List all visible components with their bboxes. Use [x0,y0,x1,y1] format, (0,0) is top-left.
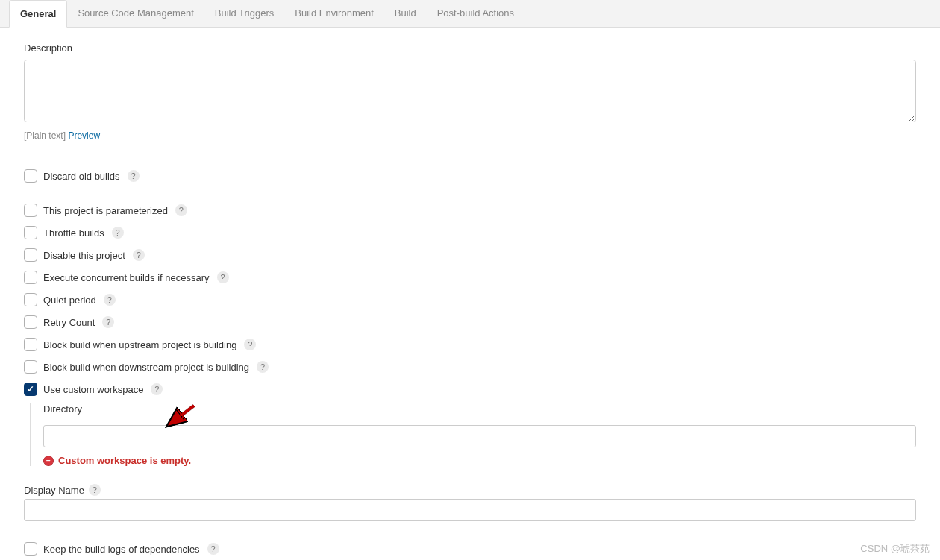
label-throttle-builds: Throttle builds [43,227,104,239]
option-concurrent-builds: Execute concurrent builds if necessary ? [24,271,916,284]
directory-input[interactable] [43,425,916,447]
help-icon[interactable]: ? [102,316,114,328]
checkbox-disable-project[interactable] [24,248,37,262]
help-icon[interactable]: ? [207,543,219,555]
help-icon[interactable]: ? [133,249,145,261]
tab-build-environment[interactable]: Build Environment [284,0,384,27]
option-quiet-period: Quiet period ? [24,293,916,306]
label-concurrent-builds: Execute concurrent builds if necessary [43,272,210,283]
label-discard-old-builds: Discard old builds [43,171,120,182]
description-input[interactable] [24,60,916,122]
tab-post-build-actions[interactable]: Post-build Actions [427,0,524,27]
label-disable-project: Disable this project [43,250,125,261]
label-block-downstream: Block build when downstream project is b… [43,362,249,373]
help-icon[interactable]: ? [175,204,187,216]
plain-text-label: [Plain text] [24,130,66,141]
option-disable-project: Disable this project ? [24,248,916,262]
help-icon[interactable]: ? [217,271,229,283]
option-throttle-builds: Throttle builds ? [24,226,916,239]
help-icon[interactable]: ? [112,227,124,239]
help-icon[interactable]: ? [151,383,163,395]
help-icon[interactable]: ? [128,170,140,182]
label-retry-count: Retry Count [43,317,95,328]
watermark: CSDN @琥茶苑 [860,542,930,556]
workspace-error: − Custom workspace is empty. [43,455,916,466]
option-retry-count: Retry Count ? [24,315,916,329]
label-parameterized: This project is parameterized [43,205,168,216]
general-content: Description [Plain text] Preview Discard… [0,28,940,560]
checkbox-discard-old-builds[interactable] [24,169,37,183]
config-tabs: General Source Code Management Build Tri… [0,0,940,28]
tab-general[interactable]: General [9,0,67,28]
help-icon[interactable]: ? [257,361,269,373]
display-name-section: Display Name ? [24,484,916,521]
option-parameterized: This project is parameterized ? [24,204,916,217]
error-icon: − [43,456,54,466]
option-custom-workspace: ✓ Use custom workspace ? [24,383,916,396]
label-keep-logs: Keep the build logs of dependencies [43,544,200,555]
help-icon[interactable]: ? [244,339,256,350]
help-icon[interactable]: ? [104,294,116,306]
checkbox-block-downstream[interactable] [24,360,37,374]
preview-link[interactable]: Preview [68,130,100,141]
directory-label: Directory [43,403,916,415]
option-block-upstream: Block build when upstream project is bui… [24,338,916,351]
display-name-input[interactable] [24,499,916,521]
checkbox-concurrent-builds[interactable] [24,271,37,284]
tab-source-code-management[interactable]: Source Code Management [67,0,204,27]
label-quiet-period: Quiet period [43,295,96,306]
checkbox-keep-logs[interactable] [24,542,37,556]
checkbox-custom-workspace[interactable]: ✓ [24,383,37,396]
checkbox-parameterized[interactable] [24,204,37,217]
checkbox-throttle-builds[interactable] [24,226,37,239]
display-name-label: Display Name [24,485,84,496]
tab-build-triggers[interactable]: Build Triggers [204,0,284,27]
option-block-downstream: Block build when downstream project is b… [24,360,916,374]
checkbox-retry-count[interactable] [24,315,37,329]
error-text: Custom workspace is empty. [58,455,191,466]
label-block-upstream: Block build when upstream project is bui… [43,339,236,350]
label-custom-workspace: Use custom workspace [43,384,143,395]
checkbox-quiet-period[interactable] [24,293,37,306]
checkbox-block-upstream[interactable] [24,338,37,351]
help-icon[interactable]: ? [89,484,101,496]
custom-workspace-panel: Directory − Custom workspace is empty. [30,403,916,466]
tab-build[interactable]: Build [384,0,427,27]
option-discard-old-builds: Discard old builds ? [24,169,916,183]
option-keep-logs: Keep the build logs of dependencies ? [24,542,916,556]
description-label: Description [24,43,916,54]
